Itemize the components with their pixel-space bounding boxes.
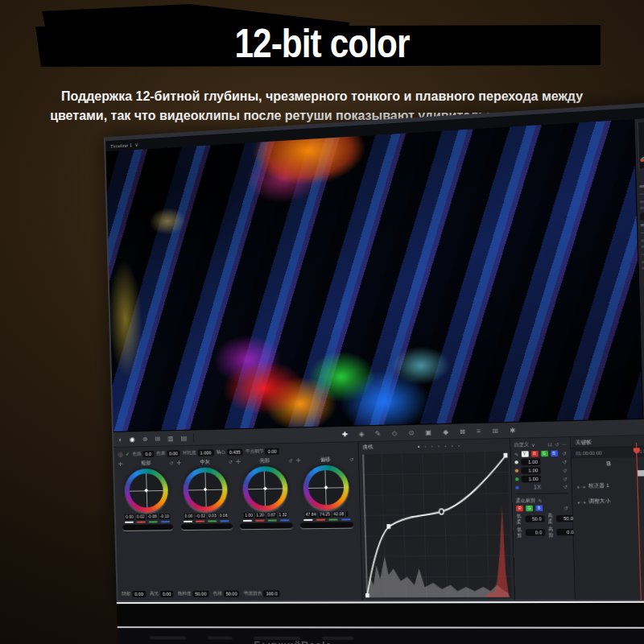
settings-icon[interactable]: ◎ [118, 451, 123, 457]
more-icon[interactable]: ⋯ [562, 441, 567, 446]
chevron-down-icon[interactable]: ∨ [531, 442, 535, 447]
gamma-color-wheel[interactable] [183, 467, 228, 512]
reset-icon[interactable]: ↺ [564, 484, 568, 490]
effects-icon[interactable]: ✱ [510, 427, 516, 435]
wheel-mode-icon[interactable]: ✛ [296, 457, 301, 464]
edit-icon[interactable]: ✎ [514, 452, 518, 456]
palette-panels: ◎ ✓ 色温0.0 色调0.00 对比度1.000 轴心0.435 中点细节0.… [114, 435, 644, 601]
reset-icon[interactable]: ↺ [563, 476, 568, 482]
keyframe-track-row[interactable]: ● ◦ ▸ 校正器 1 [576, 482, 609, 490]
reset-icon[interactable]: ↺ [563, 458, 568, 464]
shadows-value[interactable]: 0.00 [132, 590, 146, 597]
scope-panel[interactable] [638, 119, 644, 170]
saturation-value[interactable]: 50.00 [192, 590, 208, 597]
gamma-r[interactable]: -0.02 [195, 513, 206, 518]
b-scale-value[interactable]: 1X [522, 484, 541, 490]
hdr-icon[interactable]: ⊛ [142, 435, 148, 442]
g-gain-value[interactable]: 1.00 [522, 476, 541, 483]
reset-icon[interactable]: ↺ [169, 460, 173, 465]
shape-icon[interactable]: ◇ [392, 429, 398, 436]
motion-effects-icon[interactable]: ▥ [167, 435, 174, 442]
channel-y-button[interactable]: Y [521, 451, 528, 457]
lift-master-wheel[interactable] [122, 524, 173, 531]
reset-icon[interactable]: ↺ [229, 459, 233, 464]
contrast-value[interactable]: 1.000 [197, 449, 213, 456]
stereo-icon[interactable]: ⊞ [492, 427, 498, 435]
hue-value[interactable]: 50.00 [223, 590, 239, 597]
expand-icon[interactable]: ⊡ [547, 441, 552, 448]
wheel-mode-icon[interactable]: ✛ [236, 458, 241, 464]
pen-icon[interactable]: ✎ [375, 430, 381, 437]
tint-value[interactable]: 0.00 [167, 450, 180, 456]
channel-r-button[interactable]: R [530, 451, 538, 457]
r-gain-value[interactable]: 1.00 [521, 467, 540, 474]
temp-value[interactable]: 0.0 [142, 450, 154, 456]
reset-icon[interactable]: ↺ [555, 441, 559, 446]
reset-icon[interactable]: ↺ [349, 456, 353, 462]
primaries-icon[interactable]: ◉ [130, 436, 135, 443]
curves-palette-icon[interactable]: ▤ [181, 434, 188, 441]
offset-g[interactable]: 74.25 [319, 511, 331, 517]
offset-color-wheel[interactable] [303, 464, 349, 510]
offset-b[interactable]: 42.08 [332, 511, 345, 517]
wheel-mode-icon[interactable]: ✛ [118, 460, 123, 467]
sizing-icon[interactable]: ≡ [477, 427, 481, 436]
reset-icon[interactable]: ↺ [289, 457, 293, 463]
blur-icon[interactable]: ◆ [443, 428, 448, 436]
auto-balance-icon[interactable]: ✓ [126, 451, 130, 457]
midtone-detail-value[interactable]: 0.00 [265, 448, 279, 455]
channel-b-button[interactable]: B [551, 451, 558, 457]
gain-y[interactable]: 1.00 [244, 513, 254, 518]
gain-color-wheel[interactable] [242, 466, 288, 511]
offset-extra[interactable] [346, 511, 348, 517]
key-icon[interactable]: ⊠ [460, 427, 466, 436]
qualifier-icon[interactable]: ✚ [342, 430, 348, 437]
color-wheels-icon[interactable]: ◐ [118, 436, 122, 443]
lift-b[interactable]: -0.10 [159, 514, 171, 519]
lift-g[interactable]: -0.08 [147, 514, 158, 519]
gamma-g[interactable]: 0.03 [208, 513, 217, 518]
param-label: 轴心 [216, 449, 225, 455]
tracker-icon[interactable]: ⊙ [408, 429, 414, 437]
low-soft-value[interactable]: 50.0 [525, 515, 544, 522]
offset-r[interactable]: 47.84 [305, 512, 317, 518]
lift-wheel-group: ✛暗部↺ 0.00 0.02 -0.08 -0.10 [118, 458, 177, 588]
sidebar-button[interactable] [640, 211, 644, 221]
window-icon[interactable]: ◈ [359, 430, 365, 437]
offset-master-wheel[interactable] [300, 522, 353, 529]
softclip-r-button[interactable]: R [516, 506, 523, 511]
curve-mode-dropdown[interactable]: 自定义 [514, 442, 529, 448]
channel-g-button[interactable]: G [541, 451, 548, 457]
gain-b[interactable]: 1.32 [278, 512, 287, 518]
chevron-down-icon[interactable]: ∨ [134, 142, 138, 147]
lift-y[interactable]: 0.00 [125, 514, 134, 520]
gallery-icon[interactable]: ⊞ [639, 171, 644, 181]
reset-icon[interactable]: ↺ [562, 450, 567, 456]
lift-color-wheel[interactable] [125, 469, 169, 513]
clip-bar[interactable] [638, 469, 644, 477]
gain-master-wheel[interactable] [240, 522, 292, 530]
edit-icon[interactable]: ✎ [538, 498, 542, 503]
rgb-mixer-icon[interactable]: ⊞ [155, 435, 160, 442]
monitor: Timeline 1 ∨ ≡ ⊡ [104, 101, 644, 644]
wheel-mode-icon[interactable]: ✛ [176, 460, 181, 466]
magic-mask-icon[interactable]: ▣ [425, 428, 431, 436]
lift-r[interactable]: 0.02 [136, 514, 146, 519]
highlights-value[interactable]: 0.00 [160, 590, 174, 597]
gain-r[interactable]: 1.20 [255, 512, 265, 518]
curve-editor[interactable] [361, 452, 512, 597]
softclip-g-button[interactable]: G [526, 506, 533, 512]
softclip-b-button[interactable]: B [535, 506, 543, 512]
timeline-tab[interactable]: Timeline 1 [110, 142, 132, 149]
pivot-value[interactable]: 0.435 [227, 448, 243, 456]
reset-icon[interactable]: ↺ [564, 505, 568, 510]
keyframe-track-row[interactable]: ● ◦ ▸ 调整大小 [577, 497, 611, 506]
gamma-y[interactable]: 0.00 [184, 514, 193, 519]
lum-mix-value[interactable]: 100.0 [263, 590, 280, 597]
y-gain-value[interactable]: 1.00 [521, 458, 540, 465]
gamma-b[interactable]: 0.06 [219, 513, 229, 518]
reset-icon[interactable]: ↺ [563, 467, 568, 473]
gain-g[interactable]: 0.87 [266, 512, 276, 518]
gamma-master-wheel[interactable] [180, 523, 232, 530]
low-clip-value[interactable]: 0.0 [525, 529, 544, 536]
